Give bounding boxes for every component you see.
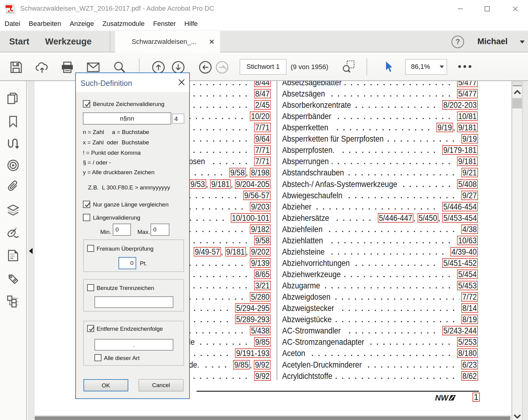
cross-reference-icon[interactable] <box>7 137 19 150</box>
page-link[interactable]: 9/19 <box>461 134 478 143</box>
page-link[interactable]: 9/27 <box>461 191 478 200</box>
page-link[interactable]: 8/19 <box>461 315 478 324</box>
page-link[interactable]: 9/203 <box>250 202 271 211</box>
page-link[interactable]: 9/181 <box>457 157 478 166</box>
menu-bearbeiten[interactable]: Bearbeiten <box>24 20 65 28</box>
forward-icon[interactable] <box>215 61 229 74</box>
page-link[interactable]: 9/181 <box>225 247 246 256</box>
menu-fenster[interactable]: Fenster <box>149 20 180 28</box>
page-link[interactable]: 9/49-57 <box>193 247 221 256</box>
page-link[interactable]: 10/20 <box>250 111 271 121</box>
full-length-checkbox[interactable] <box>83 201 90 208</box>
page-link[interactable]: 9/191-193 <box>235 348 271 358</box>
endseq-all-checkbox[interactable] <box>94 354 101 361</box>
page-link[interactable]: 5/450 <box>417 213 438 223</box>
page-link[interactable]: 4/39-40 <box>450 247 478 256</box>
page-link[interactable]: 9/181 <box>210 179 231 189</box>
destinations-icon[interactable] <box>7 159 19 172</box>
bookmarks-icon[interactable] <box>7 115 19 128</box>
menu-anzeige[interactable]: Anzeige <box>66 20 98 28</box>
page-link[interactable]: 8/62 <box>461 371 478 381</box>
page-link[interactable]: 9/56-57 <box>243 191 271 200</box>
page-link[interactable]: 8/198 <box>250 168 271 177</box>
page-link[interactable]: 9/85 <box>233 360 250 369</box>
pattern-input[interactable]: n§nn <box>83 112 171 125</box>
menu-zusatzmodule[interactable]: Zusatzmodule <box>98 20 149 28</box>
char-validation-checkbox[interactable] <box>83 100 90 108</box>
page-link[interactable]: 9/204-205 <box>235 179 271 189</box>
freespace-input[interactable]: 0 <box>119 257 136 269</box>
save-icon[interactable] <box>9 61 23 74</box>
page-link[interactable]: 5/454 <box>457 270 478 279</box>
page-link[interactable]: 9/85 <box>254 337 271 347</box>
email-icon[interactable] <box>87 61 100 74</box>
menu-hilfe[interactable]: Hilfe <box>180 20 202 28</box>
length-validation-checkbox[interactable] <box>83 214 90 221</box>
page-link[interactable]: 8/65 <box>254 270 271 279</box>
zoom-control[interactable]: 86,1% <box>405 59 447 75</box>
endseq-input[interactable]: . <box>94 339 173 351</box>
tab-start[interactable]: Start <box>9 37 29 47</box>
page-link[interactable]: 9/179-181 <box>442 145 478 155</box>
endseq-checkbox[interactable] <box>87 325 94 332</box>
page-link[interactable]: 5/446-454 <box>442 202 478 211</box>
zoom-caret-icon[interactable] <box>440 65 444 68</box>
page-link[interactable]: 5/446-447 <box>378 213 413 223</box>
separator-checkbox[interactable] <box>87 284 94 291</box>
page-link[interactable]: 9/182 <box>250 224 271 234</box>
help-icon[interactable]: ? <box>452 36 464 48</box>
page-link[interactable]: 5/408 <box>457 179 478 189</box>
horizontal-scrollbar-thumb[interactable] <box>35 416 510 420</box>
page-link[interactable]: 8/44 <box>254 81 271 87</box>
scroll-down-icon[interactable] <box>514 414 521 418</box>
page-link[interactable]: 5/477 <box>457 81 478 87</box>
page-link[interactable]: 5/253 <box>457 337 478 347</box>
menu-datei[interactable]: Datei <box>5 20 24 28</box>
page-link[interactable]: 5/453 <box>457 281 478 290</box>
page-link[interactable]: 5/280 <box>250 292 271 302</box>
page-link[interactable]: 8/202-203 <box>442 100 478 110</box>
page-link[interactable]: 8/47 <box>254 89 271 98</box>
scroll-up-icon[interactable] <box>514 90 521 94</box>
page-link[interactable]: 9/53 <box>190 179 206 189</box>
page-link[interactable]: 5/477 <box>457 89 478 98</box>
marquee-zoom-icon[interactable] <box>342 60 355 73</box>
page-link[interactable]: 10/63 <box>457 236 478 245</box>
previous-page-icon[interactable] <box>152 61 165 74</box>
vertical-scrollbar-thumb[interactable] <box>512 98 522 108</box>
page-link[interactable]: 3/21 <box>254 281 271 290</box>
document-tab[interactable]: Schwarzwaldeisen_... <box>115 31 220 52</box>
next-page-icon[interactable] <box>172 61 185 74</box>
page-link[interactable]: 5/243-244 <box>442 326 478 335</box>
page-link[interactable]: 9/202 <box>250 247 271 256</box>
page-link[interactable]: 9/92 <box>254 371 271 381</box>
pattern-length-box[interactable]: 4 <box>172 114 184 124</box>
page-link[interactable]: 5/438 <box>250 326 271 335</box>
signatures-icon[interactable] <box>7 227 19 239</box>
page-link[interactable]: 9/64 <box>254 134 271 143</box>
more-tools-icon[interactable] <box>458 65 474 69</box>
search-icon[interactable] <box>113 61 126 74</box>
page-link[interactable]: 9/58 <box>254 236 271 245</box>
footer-page-number[interactable]: 1 <box>473 392 480 402</box>
selection-pointer-icon[interactable] <box>382 60 396 74</box>
sidebar-collapse-icon[interactable] <box>29 248 33 254</box>
page-link[interactable]: 9/92 <box>254 360 271 369</box>
share-cloud-icon[interactable] <box>35 61 49 74</box>
page-link[interactable]: 8/14 <box>461 303 478 313</box>
page-link[interactable]: 5/294-295 <box>235 303 271 313</box>
page-link[interactable]: 9/21 <box>461 168 478 177</box>
vertical-scrollbar[interactable] <box>512 81 522 420</box>
page-link[interactable]: 9/139 <box>250 258 271 268</box>
layers-icon[interactable] <box>7 204 19 217</box>
page-link[interactable]: 5/289-293 <box>235 315 271 324</box>
page-link[interactable]: 9/181 <box>457 123 478 132</box>
order-icon[interactable] <box>7 295 19 308</box>
page-link[interactable]: 10/81 <box>457 111 478 121</box>
freespace-checkbox[interactable] <box>87 245 94 252</box>
separator-input[interactable] <box>94 296 173 308</box>
print-icon[interactable] <box>61 61 74 74</box>
ok-button[interactable]: OK <box>83 379 128 391</box>
page-thumbnails-icon[interactable] <box>7 92 19 105</box>
page-link[interactable]: 6/23 <box>461 360 478 369</box>
